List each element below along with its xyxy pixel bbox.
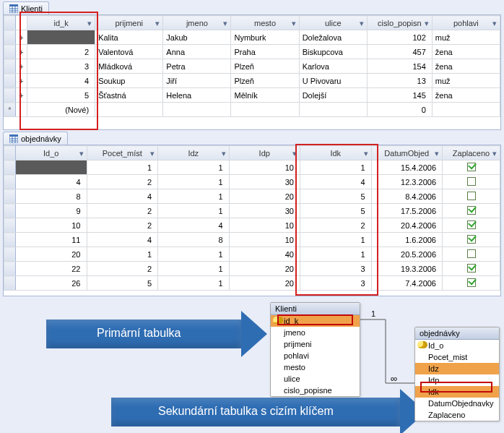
table-row[interactable]: 92130517.5.2006 [4,204,500,218]
checkbox[interactable] [467,192,476,200]
checkbox[interactable] [467,206,476,215]
rel-field[interactable]: ulice [271,373,360,385]
table-row[interactable]: 102410220.4.2006 [4,218,500,233]
table-row[interactable]: 42130412.3.2006 [4,175,500,189]
tab-clients[interactable]: Klienti [3,1,49,14]
table-row[interactable]: +5ŠťastnáHelenaMělníkDolejší145žena [4,88,500,103]
expand-icon[interactable]: + [16,74,27,88]
expand-icon[interactable]: + [16,59,27,74]
orders-header-row: Id_o▾ Pocet_míst▾ Idz▾ Idp▾ Idk▾ DatumOb… [4,146,500,160]
tab-label: Klienti [21,4,43,13]
rel-title: Klienti [271,303,360,315]
rel-field[interactable]: id_k [271,315,360,327]
rel-field[interactable]: mesto [271,361,360,373]
label-primary: Primární tabulka [97,327,181,340]
table-row[interactable]: 8412058.4.2006 [4,189,500,204]
rel-table-objednavky[interactable]: objednávky Id_oPocet_mistIdzIdpIdkDatumO… [414,327,500,421]
col-Idk[interactable]: Idk▾ [300,146,372,160]
col-Idz[interactable]: Idz▾ [158,146,230,160]
table-row[interactable]: 26512037.4.2006 [4,276,500,291]
col-Id_o[interactable]: Id_o▾ [16,146,87,160]
checkbox[interactable] [467,278,476,287]
label-secondary: Sekundární tabulka s cizím klíčem [158,405,334,418]
expand-icon[interactable]: + [16,88,27,103]
table-row[interactable]: +4SoukupJiříPlzeňU Pivovaru13muž [4,74,500,88]
checkbox[interactable] [467,220,476,229]
expand-icon[interactable]: + [16,30,27,45]
checkbox[interactable] [467,163,476,171]
col-Datum[interactable]: DatumObjed▾ [371,146,443,160]
checkbox[interactable] [467,235,476,244]
tab-label: objednávky [21,134,61,143]
arrow-primary-head [241,311,267,357]
rel-field[interactable]: Id_o [415,340,499,351]
rel-field[interactable]: Idp [415,374,499,386]
col-id_k[interactable]: id_k▾ [27,16,95,30]
rel-field[interactable]: Zaplaceno [415,409,499,421]
rel-field[interactable]: DatumObjednavky [415,398,499,409]
col-Idp[interactable]: Idp▾ [229,146,300,160]
col-Pocet[interactable]: Pocet_míst▾ [87,146,158,160]
table-row[interactable]: +1KalitaJakubNymburkDoležalova102muž [4,30,500,45]
rel-field[interactable]: Idz [415,363,499,374]
cardinality-one: 1 [371,309,375,318]
svg-rect-7 [9,134,18,137]
cardinality-many: ∞ [391,373,397,384]
col-mesto[interactable]: mesto▾ [231,16,299,30]
checkbox[interactable] [467,264,476,273]
table-icon [9,134,18,143]
clients-datasheet[interactable]: id_k▾ prijmeni▾ jmeno▾ mesto▾ ulice▾ cis… [3,14,501,130]
table-row[interactable]: +2ValentováAnnaPrahaBiskupcova457žena [4,45,500,59]
orders-datasheet[interactable]: Id_o▾ Pocet_míst▾ Idz▾ Idp▾ Idk▾ DatumOb… [3,145,501,296]
clients-header-row: id_k▾ prijmeni▾ jmeno▾ mesto▾ ulice▾ cis… [4,16,500,30]
table-row[interactable]: 11481011.6.2006 [4,233,500,247]
table-row[interactable]: 31110115.4.2006 [4,160,500,175]
checkbox[interactable] [467,249,476,258]
rel-field[interactable]: prijmeni [271,338,360,350]
col-pohlavi[interactable]: pohlavi▾ [432,16,500,30]
table-icon [9,4,18,13]
rel-field[interactable]: Idk [415,386,499,398]
rel-field[interactable]: Pocet_mist [415,351,499,363]
relationship-diagram: Primární tabulka Sekundární tabulka s ci… [3,289,501,430]
col-jmeno[interactable]: jmeno▾ [163,16,231,30]
table-row[interactable]: +3MládkováPetraPlzeňKarlova154žena [4,59,500,74]
table-row[interactable]: 201140120.5.2006 [4,247,500,262]
table-row[interactable]: 222120319.3.2006 [4,262,500,276]
col-Zapl[interactable]: Zaplaceno▾ [443,146,500,160]
svg-rect-1 [9,4,18,7]
expand-icon[interactable]: + [16,45,27,59]
col-cislo[interactable]: cislo_popisn▾ [367,16,432,30]
dropdown-icon[interactable]: ▾ [86,19,93,26]
col-ulice[interactable]: ulice▾ [299,16,367,30]
rel-field[interactable]: jmeno [271,327,360,338]
tab-orders[interactable]: objednávky [3,132,68,145]
rel-title: objednávky [415,327,499,340]
new-row[interactable]: *(Nové)0 [4,103,500,117]
rel-field[interactable]: cislo_popisne [271,385,360,396]
checkbox[interactable] [467,177,476,186]
rel-table-klienti[interactable]: Klienti id_kjmenoprijmenipohlavimestouli… [270,302,360,397]
col-prijmeni[interactable]: prijmeni▾ [95,16,163,30]
rel-field[interactable]: pohlavi [271,350,360,361]
